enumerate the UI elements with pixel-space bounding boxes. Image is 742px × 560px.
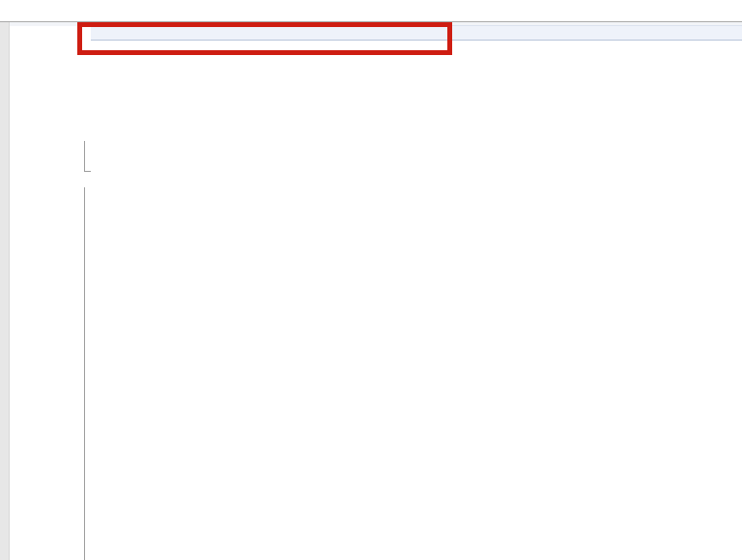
code-editor[interactable]	[0, 0, 742, 560]
outline-line-p-block	[84, 141, 85, 172]
document-tab-bar	[0, 0, 742, 22]
outline-corner-p-block	[84, 171, 91, 172]
annotation-rectangle	[77, 22, 452, 55]
outline-line-table-block	[84, 187, 85, 560]
